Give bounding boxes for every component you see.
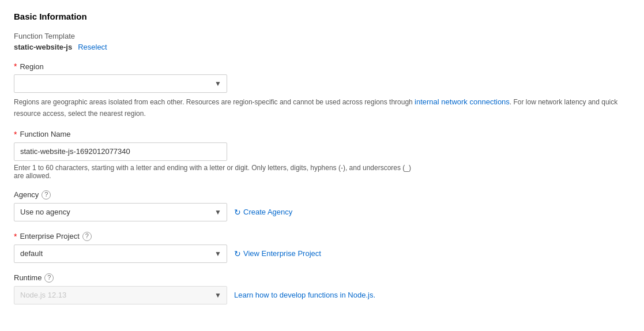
template-name: static-website-js (14, 43, 72, 51)
view-enterprise-project-link[interactable]: ↻ View Enterprise Project (234, 249, 321, 258)
reselect-link[interactable]: Reselect (78, 43, 107, 51)
agency-help-icon[interactable]: ? (42, 190, 51, 200)
enterprise-project-label: Enterprise Project (20, 232, 79, 240)
create-agency-refresh-icon: ↻ (234, 208, 241, 217)
function-name-required-star: * (14, 130, 17, 139)
region-description: Regions are geographic areas isolated fr… (14, 96, 625, 119)
runtime-select[interactable]: Node.js 12.13 (14, 286, 227, 304)
internal-network-link[interactable]: internal network connections (415, 97, 510, 106)
agency-label: Agency (14, 190, 39, 199)
runtime-select-wrapper: Node.js 12.13 ▼ (14, 286, 227, 304)
runtime-learn-link[interactable]: Learn how to develop functions in Node.j… (234, 291, 375, 299)
region-select[interactable] (14, 74, 227, 93)
enterprise-project-select[interactable]: default (14, 245, 227, 263)
enterprise-project-help-icon[interactable]: ? (82, 232, 92, 241)
function-template-label: Function Template (14, 32, 630, 40)
region-label: Region (20, 62, 43, 71)
function-name-hint: Enter 1 to 60 characters, starting with … (14, 164, 417, 180)
enterprise-project-required-star: * (14, 232, 17, 241)
region-select-wrapper: ▼ (14, 74, 227, 93)
view-enterprise-refresh-icon: ↻ (234, 249, 241, 258)
function-name-label: Function Name (20, 130, 70, 138)
enterprise-project-select-wrapper: default ▼ (14, 245, 227, 263)
create-agency-link[interactable]: ↻ Create Agency (234, 208, 292, 217)
agency-select[interactable]: Use no agency (14, 203, 227, 221)
agency-select-wrapper: Use no agency ▼ (14, 203, 227, 221)
runtime-label: Runtime (14, 273, 42, 282)
runtime-help-icon[interactable]: ? (44, 273, 54, 283)
function-name-input[interactable] (14, 142, 227, 161)
region-required-star: * (14, 62, 17, 71)
section-title: Basic Information (14, 12, 630, 21)
